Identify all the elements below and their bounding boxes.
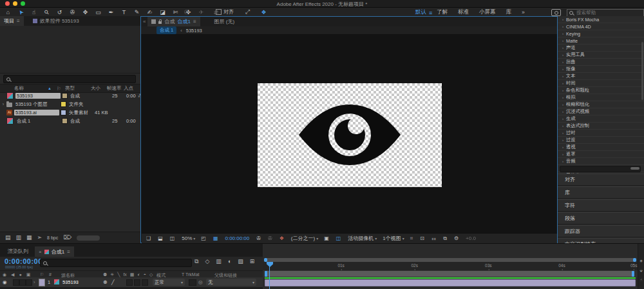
help-search-input[interactable] <box>575 9 636 16</box>
shape-tool-icon[interactable]: ▭ <box>94 9 102 15</box>
workspace-tab[interactable]: 小屏幕 <box>479 8 496 16</box>
scrollbar-handle[interactable] <box>630 167 639 170</box>
column-type[interactable]: 类型 <box>65 85 91 92</box>
hand-tool-icon[interactable]: ☝ <box>30 9 38 15</box>
sort-ascending-icon[interactable]: ▲ <box>48 86 57 90</box>
label-column-icon[interactable]: ⚐ <box>57 86 65 92</box>
primary-viewer-icon[interactable]: ⬓ <box>158 235 164 241</box>
chevron-right-icon[interactable]: › <box>562 95 564 99</box>
hand-scroll-icon[interactable]: ☝ <box>640 277 643 282</box>
label-column-icon[interactable]: ⚐ <box>40 272 44 277</box>
tab-composition[interactable]: 合成 合成1 ≡ <box>147 17 200 26</box>
panel-menu-icon[interactable]: ≡ <box>67 249 70 255</box>
graph-editor-icon[interactable]: ▨ <box>238 259 243 264</box>
comp-marker-icon[interactable]: ◈ <box>639 258 643 263</box>
expander-icon[interactable]: › <box>0 101 6 107</box>
chevron-right-icon[interactable]: › <box>562 81 564 85</box>
camera-view-dropdown[interactable]: 活动摄像机 ▾ <box>348 235 377 242</box>
column-size[interactable]: 大小 <box>91 85 107 92</box>
layer-visibility-eye-icon[interactable]: ◉ <box>3 279 7 285</box>
effect-category-row[interactable]: › 生成 <box>558 115 644 123</box>
new-folder-icon[interactable]: ▥ <box>16 235 22 241</box>
bpc-button[interactable]: 8 bpc <box>47 235 58 240</box>
effect-category-row[interactable]: › 模拟 <box>558 94 644 101</box>
expand-tool-icon[interactable]: ⤢ <box>243 8 252 15</box>
region-of-interest-icon[interactable]: ◰ <box>201 235 207 241</box>
effect-category-row[interactable]: › 音频 <box>558 158 644 165</box>
video-column-icon[interactable]: ◉ <box>3 272 6 277</box>
magnification-dropdown[interactable]: 50% ▾ <box>182 235 195 241</box>
effects-hscrollbar[interactable] <box>560 166 641 172</box>
close-tab-icon[interactable]: × <box>39 249 42 255</box>
pixel-aspect-icon[interactable]: ◫ <box>336 235 343 241</box>
audio-column-icon[interactable]: ◀ <box>11 272 14 277</box>
camera-tool-icon[interactable]: ✇ <box>68 9 77 15</box>
exposure-value[interactable]: +0.0 <box>466 235 477 241</box>
solo-column-icon[interactable]: ● <box>19 272 22 277</box>
layer-row[interactable]: ◉ › 1 535193 ⚉ ╱ 正常 ▾ ◎ 无 ▾ <box>0 277 263 287</box>
effect-category-row[interactable]: › 文本 <box>558 73 644 80</box>
item-name[interactable]: 535193 个图层 <box>14 101 59 108</box>
tab-effect-controls[interactable]: 效果控件 535193 <box>24 17 79 25</box>
share-view-icon[interactable]: ◫ <box>170 235 176 241</box>
quality-switch-icon[interactable]: ╱ <box>111 279 115 285</box>
comp-mini-flowchart-icon[interactable]: ⧉ <box>194 259 198 264</box>
effect-category-row[interactable]: › 声道 <box>558 45 644 52</box>
effect-category-row[interactable]: › 时间 <box>558 80 644 87</box>
switch-column-icon[interactable]: ✳ <box>110 272 114 277</box>
effect-category-row[interactable]: › 抠像 <box>558 66 644 73</box>
chevron-right-icon[interactable]: › <box>562 138 564 142</box>
item-name[interactable]: 535193.ai <box>14 110 59 115</box>
panel-menu-icon[interactable]: ≡ <box>17 18 20 24</box>
interpret-footage-icon[interactable]: ▤ <box>5 235 11 241</box>
fast-previews-icon[interactable]: ▣ <box>324 235 330 241</box>
frame-blending-icon[interactable]: ▥ <box>216 259 222 264</box>
sync-settings-icon[interactable] <box>551 9 561 16</box>
effect-category-row[interactable]: › CINEMA 4D <box>558 23 644 30</box>
workspace-tab[interactable]: » <box>522 9 525 15</box>
switch-column-icon[interactable]: ◓ <box>144 272 146 277</box>
layer-expander-icon[interactable]: › <box>33 279 35 285</box>
motion-blur-icon[interactable]: ◐ <box>228 259 231 264</box>
exposure-reset-icon[interactable]: ⚙ <box>454 235 460 241</box>
marker-well-icon[interactable]: ⬙ <box>639 268 643 272</box>
rotation-tool-icon[interactable]: ↺ <box>55 9 64 15</box>
effect-category-row[interactable]: › 遮罩 <box>558 151 644 158</box>
item-name[interactable]: 535193 <box>15 93 61 99</box>
parent-dropdown[interactable]: 无 ▾ <box>206 279 256 286</box>
tab-timeline-comp[interactable]: × 合成1 ≡ <box>35 246 74 257</box>
lock-column-icon[interactable]: ▣ <box>26 272 31 277</box>
new-composition-icon[interactable]: ▦ <box>26 235 32 241</box>
timeline-search-box[interactable] <box>40 259 192 266</box>
chevron-right-icon[interactable]: › <box>562 110 564 114</box>
switch-column-icon[interactable]: ▦ <box>130 272 135 277</box>
workspace-menu-icon[interactable]: ≡ <box>429 10 432 16</box>
workspace-tab[interactable]: 了解 <box>437 8 448 16</box>
column-name[interactable]: 名称 <box>14 85 48 92</box>
chevron-right-icon[interactable]: › <box>562 46 564 50</box>
switch-column-icon[interactable]: ╲ <box>117 272 120 277</box>
exposure-histogram-icon[interactable]: ⚏ <box>431 235 437 241</box>
workspace-tab[interactable]: 标准 <box>458 8 469 16</box>
collapsed-panel-header[interactable]: 跟踪器 <box>558 225 644 237</box>
show-snapshot-icon[interactable]: ✇ <box>268 235 274 241</box>
snap-checkbox[interactable] <box>216 9 222 15</box>
label-color-swatch[interactable] <box>61 110 66 115</box>
effect-category-row[interactable]: › Boris FX Mocha <box>558 16 644 23</box>
work-area-bar[interactable] <box>265 271 634 277</box>
pen-tool-icon[interactable]: ✒ <box>107 9 115 15</box>
mini-flowchart-icon[interactable]: ⧉ <box>443 235 448 242</box>
work-area-end-handle[interactable] <box>632 271 634 277</box>
pan-behind-tool-icon[interactable]: ✥ <box>81 9 90 15</box>
switch-column-icon[interactable]: ◐ <box>137 272 140 277</box>
chevron-right-icon[interactable]: › <box>562 17 564 21</box>
chevron-right-icon[interactable]: › <box>562 145 564 149</box>
chevron-right-icon[interactable]: › <box>562 124 564 128</box>
tab-render-queue[interactable]: 渲染队列 <box>0 248 35 257</box>
always-preview-icon[interactable]: ❏ <box>146 235 152 241</box>
chevron-right-icon[interactable]: › <box>562 159 564 163</box>
brush-tool-icon[interactable]: ✎ <box>133 9 141 15</box>
column-inpoint[interactable]: 入点 <box>124 85 133 92</box>
trkmat-column[interactable]: T TrkMat <box>182 272 199 277</box>
chevron-right-icon[interactable]: › <box>562 53 564 57</box>
